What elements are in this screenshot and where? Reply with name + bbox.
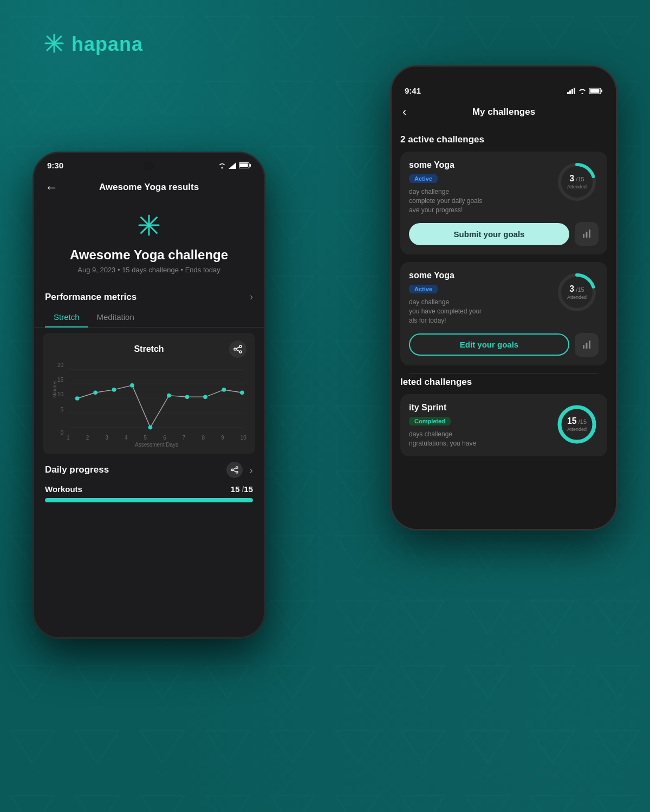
svg-point-45: [185, 395, 190, 399]
workouts-value: 15 /15: [231, 484, 253, 494]
chart-container: Stretch 20 15 10 5: [43, 333, 255, 454]
svg-line-53: [233, 470, 236, 472]
nav-bar-back: ‹ My challenges: [392, 100, 616, 127]
daily-progress-section: Daily progress ›: [34, 454, 264, 478]
svg-rect-23: [239, 163, 248, 167]
challenge-1-desc: day challenge complete your daily goals …: [409, 187, 548, 214]
challenge-subtitle: Aug 9, 2023 • 15 days challenge • Ends t…: [34, 266, 264, 285]
chart-area: 20 15 10 5 0: [51, 362, 246, 449]
challenge-card-2-top: some Yoga Active day challenge you have …: [409, 271, 599, 325]
svg-rect-7: [590, 89, 600, 93]
nav-title-front: Awesome Yoga results: [61, 182, 237, 193]
nav-title-back: My challenges: [419, 107, 589, 117]
battery-icon: [589, 88, 603, 94]
x-axis-title: Assessment Days: [67, 442, 246, 449]
daily-share-button[interactable]: [226, 462, 243, 478]
tab-stretch[interactable]: Stretch: [45, 308, 88, 327]
svg-point-46: [203, 395, 207, 399]
battery-front-icon: [239, 162, 251, 168]
challenge-2-progress: 3 /15 Attended: [555, 271, 599, 314]
chart-header: Stretch: [51, 340, 246, 358]
svg-point-29: [239, 345, 242, 348]
svg-point-40: [93, 390, 98, 395]
status-time-front: 9:30: [47, 161, 63, 170]
status-time-back: 9:41: [405, 86, 421, 95]
svg-point-43: [148, 425, 153, 430]
yoga-icon-container: [34, 202, 264, 247]
signal-icon: [567, 88, 575, 94]
svg-point-47: [222, 388, 226, 392]
challenge-1-progress: 3 /15 Attended: [555, 160, 599, 204]
brand-name: hapana: [72, 33, 143, 56]
share-button[interactable]: [229, 340, 246, 358]
svg-line-32: [236, 347, 239, 349]
svg-line-33: [236, 350, 239, 351]
challenge-2-name: some Yoga: [409, 271, 548, 280]
ios-notch: [471, 67, 536, 82]
x-axis-labels: 12345 678910: [67, 435, 246, 442]
yoga-icon: [137, 213, 161, 242]
challenge-3-attended-num: 15 /15: [567, 417, 587, 425]
phone-back: 9:41 ‹ My challe: [390, 65, 618, 531]
chart-title: Stretch: [69, 344, 229, 354]
back-button-back[interactable]: ‹: [402, 105, 419, 119]
challenge-title: Awesome Yoga challenge: [34, 247, 264, 266]
wifi-icon: [578, 88, 587, 94]
workouts-row: Workouts 15 /15: [34, 484, 264, 498]
signal-front-icon: [229, 162, 236, 169]
challenges-list: 2 active challenges some Yoga Active day…: [392, 127, 616, 516]
challenge-2-attended-label: Attended: [567, 294, 587, 300]
svg-rect-18: [589, 340, 590, 349]
workouts-progress-bar: [45, 498, 253, 502]
challenge-card-1-info: some Yoga Active day challenge complete …: [409, 160, 548, 214]
challenge-card-2-info: some Yoga Active day challenge you have …: [409, 271, 548, 325]
challenge-card-1-top: some Yoga Active day challenge complete …: [409, 160, 599, 214]
chart-svg: [67, 362, 246, 435]
svg-rect-16: [583, 345, 584, 349]
challenge-1-badge: Active: [409, 174, 438, 183]
challenge-card-1: some Yoga Active day challenge complete …: [400, 152, 607, 254]
svg-rect-8: [601, 89, 603, 92]
challenge-2-stats-button[interactable]: [575, 333, 599, 357]
challenge-1-name: some Yoga: [409, 160, 548, 170]
logo-icon: [43, 32, 65, 56]
workouts-label: Workouts: [45, 484, 82, 494]
svg-point-48: [240, 390, 244, 395]
challenge-3-badge: Completed: [409, 417, 451, 425]
challenge-3-circle-text: 15 /15 Attended: [567, 417, 587, 432]
completed-section-title: leted challenges: [400, 374, 607, 394]
svg-point-41: [112, 388, 116, 392]
y-axis-title: Minutes: [52, 381, 57, 398]
svg-point-39: [75, 396, 80, 401]
submit-goals-button[interactable]: Submit your goals: [409, 223, 569, 245]
challenge-2-badge: Active: [409, 285, 438, 293]
svg-point-31: [239, 351, 242, 353]
performance-header: Performance metrics ›: [34, 285, 264, 308]
challenge-card-2: some Yoga Active day challenge you have …: [400, 262, 607, 365]
svg-rect-12: [586, 232, 588, 238]
svg-point-42: [130, 383, 134, 388]
challenge-1-stats-button[interactable]: [575, 222, 599, 246]
daily-progress-arrow: ›: [249, 464, 253, 476]
phone-front: 9:30 ← Awesome Yoga results: [32, 152, 265, 639]
nav-bar-front: ← Awesome Yoga results: [34, 174, 264, 202]
challenge-1-attended-label: Attended: [567, 184, 587, 189]
tab-meditation[interactable]: Meditation: [88, 308, 143, 327]
challenge-2-desc: day challenge you have completed your al…: [409, 298, 548, 325]
status-icons-back: [567, 88, 603, 94]
challenge-2-circle-text: 3 /15 Attended: [567, 285, 587, 300]
svg-rect-13: [589, 230, 590, 238]
workouts-progress-fill: [45, 498, 253, 502]
challenge-2-attended-num: 3 /15: [567, 285, 587, 293]
svg-point-30: [234, 348, 236, 350]
challenge-1-actions: Submit your goals: [409, 222, 599, 246]
back-button-front[interactable]: ←: [45, 180, 61, 195]
challenge-1-attended-num: 3 /15: [567, 174, 587, 183]
edit-goals-button[interactable]: Edit your goals: [409, 333, 569, 356]
challenge-card-3-top: ity Sprint Completed days challenge ngra…: [409, 403, 599, 448]
svg-marker-21: [229, 162, 236, 169]
svg-point-49: [236, 467, 238, 469]
challenge-3-attended-label: Attended: [567, 427, 587, 432]
daily-progress-header: Daily progress ›: [45, 462, 253, 478]
daily-progress-right: ›: [226, 462, 253, 478]
